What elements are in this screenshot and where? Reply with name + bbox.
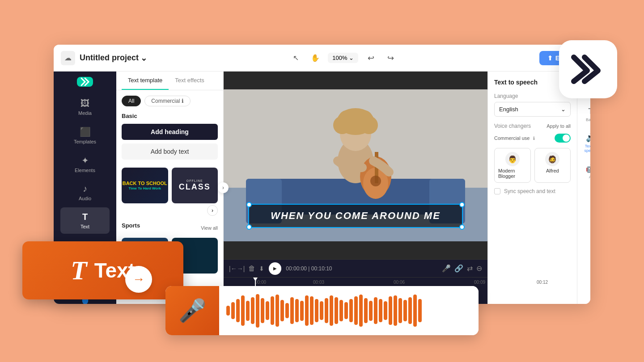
download-icon[interactable]: ⬇ xyxy=(259,265,264,272)
bts-text: BACK TO SCHOOL Time To Hard Work xyxy=(123,181,167,191)
voice-name-alfred: Alfred xyxy=(546,168,559,173)
sidebar-item-templates[interactable]: ⬛ Templates xyxy=(60,122,110,149)
voice-card-alfred[interactable]: 🧔 Alfred xyxy=(534,148,571,183)
wave-bar xyxy=(305,295,309,326)
time-marker-12: 00:12 xyxy=(537,280,548,285)
filter-all-button[interactable]: All xyxy=(122,96,141,106)
redo-button[interactable]: ↪ xyxy=(383,51,398,65)
text-T-floating-icon: T xyxy=(71,255,87,286)
template-next-button[interactable]: › xyxy=(207,205,218,216)
mic-section: 🎤 xyxy=(165,286,219,335)
zoom-value: 100% xyxy=(332,55,347,61)
svg-point-12 xyxy=(356,110,373,126)
panel-tabs: Text template Text effects xyxy=(116,72,223,90)
selection-handle-tl[interactable] xyxy=(246,202,252,207)
split-audio-icon[interactable]: ⇄ xyxy=(467,264,473,273)
elements-icon: ✦ xyxy=(81,155,89,166)
time-total: 00:10:10 xyxy=(311,265,332,272)
undo-button[interactable]: ↩ xyxy=(364,51,378,65)
sidebar-item-elements[interactable]: ✦ Elements xyxy=(60,151,110,177)
voice-card-modern-blogger[interactable]: 👨 Modern Blogger xyxy=(494,148,531,183)
selection-handle-br[interactable] xyxy=(459,224,465,230)
tab-effects-label: Text effects xyxy=(175,77,204,84)
tab-text-effects[interactable]: Text effects xyxy=(169,72,211,90)
voice-changers-header: Voice changers Apply to all xyxy=(494,123,571,129)
wave-bar xyxy=(408,297,412,324)
wave-bar xyxy=(290,297,294,324)
wave-bar xyxy=(354,296,358,325)
wave-bar xyxy=(349,299,353,323)
language-value: English xyxy=(499,106,518,113)
voice-avatar-alfred: 🧔 xyxy=(545,152,559,166)
selection-handle-tr[interactable] xyxy=(459,202,465,207)
add-heading-button[interactable]: Add heading xyxy=(122,124,218,140)
add-body-button[interactable]: Add body text xyxy=(122,143,218,160)
tts-panel: Text to speech ✕ Language English ⌄ Voic… xyxy=(487,72,577,304)
apply-all-button[interactable]: Apply to all xyxy=(547,123,571,129)
zoom-out-icon[interactable]: ⊖ xyxy=(476,264,482,273)
toolbar-left: ☁ Untitled project ⌄ xyxy=(61,51,147,65)
sports-section-title: Sports xyxy=(122,222,140,229)
wave-bar xyxy=(339,300,343,322)
project-title[interactable]: Untitled project ⌄ xyxy=(80,53,147,63)
delete-icon[interactable]: 🗑 xyxy=(248,265,255,273)
add-body-label: Add body text xyxy=(151,148,189,155)
svg-point-11 xyxy=(339,110,355,126)
video-content: WHEN YOU COME AROUND ME xyxy=(224,89,487,241)
wave-bar xyxy=(261,298,264,323)
filter-commercial-button[interactable]: Commercial ℹ xyxy=(144,96,190,106)
sports-view-all[interactable]: View all xyxy=(201,225,218,231)
mic-large-icon: 🎤 xyxy=(178,298,206,324)
commercial-use-toggle[interactable] xyxy=(555,134,571,143)
text-overlay-box[interactable]: WHEN YOU COME AROUND ME xyxy=(248,204,463,228)
tab-text-template[interactable]: Text template xyxy=(122,72,169,90)
language-select[interactable]: English ⌄ xyxy=(494,102,571,117)
audio-waveform-badge: 🎤 xyxy=(165,286,479,335)
cloud-icon[interactable]: ☁ xyxy=(61,51,75,65)
template-back-to-school[interactable]: BACK TO SCHOOL Time To Hard Work xyxy=(122,168,168,203)
wave-bar xyxy=(315,299,318,323)
chevron-down-icon: ⌄ xyxy=(140,53,147,63)
selection-handle-bl[interactable] xyxy=(246,224,252,230)
rip-basic[interactable]: T Basic xyxy=(577,103,590,126)
wave-bar xyxy=(394,295,397,326)
time-marker-3: 00:03 xyxy=(313,280,324,285)
zoom-chevron-icon: ⌄ xyxy=(349,55,354,61)
toolbar-center: ↖ ✋ 100% ⌄ ↩ ↪ xyxy=(153,51,534,65)
sidebar-item-audio[interactable]: ♪ Audio xyxy=(60,179,110,206)
zoom-control[interactable]: 100% ⌄ xyxy=(328,53,358,63)
link-icon[interactable]: 🔗 xyxy=(454,264,463,273)
wave-bar xyxy=(300,301,304,321)
wave-bar xyxy=(295,299,299,323)
wave-bar xyxy=(369,301,373,321)
split-icon[interactable]: |←→| xyxy=(229,265,245,272)
wave-bar xyxy=(226,306,230,316)
wave-bar xyxy=(271,296,274,325)
wave-bar xyxy=(398,298,402,323)
text-floating-badge: T Text xyxy=(22,241,183,299)
cursor-tool-button[interactable]: ↖ xyxy=(288,51,303,65)
timeline-toolbar: |←→| 🗑 ⬇ ▶ 00:00:00 | 00:10:10 🎤 xyxy=(224,260,487,278)
sidebar-item-text[interactable]: T Text xyxy=(60,207,110,234)
wave-bar xyxy=(335,297,338,324)
sidebar-item-media[interactable]: 🖼 Media xyxy=(60,94,110,120)
voice-cards: 👨 Modern Blogger 🧔 Alfred xyxy=(494,148,571,183)
panel-next-arrow[interactable]: › xyxy=(218,182,229,193)
wave-bar xyxy=(374,297,377,324)
svg-point-16 xyxy=(370,176,381,186)
wave-bar xyxy=(403,300,407,322)
capcut-logo-svg xyxy=(570,54,606,85)
sync-checkbox[interactable] xyxy=(494,188,500,194)
template-offline-class[interactable]: OFFLINE CLASS xyxy=(172,168,218,203)
tts-title: Text to speech xyxy=(494,79,538,86)
timeline-left-tools: |←→| 🗑 ⬇ xyxy=(229,265,264,273)
commercial-use-label: Commercial use xyxy=(494,135,530,141)
rip-ai[interactable]: 🤖 ! AI xyxy=(577,160,590,183)
rip-tts[interactable]: 🔊 Text to speech xyxy=(577,129,590,156)
sidebar-label-text: Text xyxy=(80,224,89,229)
time-current: 00:00:00 xyxy=(286,265,307,272)
hand-tool-button[interactable]: ✋ xyxy=(308,51,322,65)
mic-timeline-icon[interactable]: 🎤 xyxy=(442,264,451,273)
play-button[interactable]: ▶ xyxy=(269,262,281,275)
arrow-circle: → xyxy=(125,266,152,293)
